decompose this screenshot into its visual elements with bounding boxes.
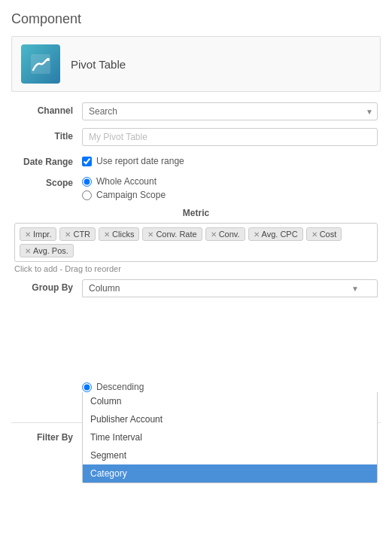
metric-tag-conv-rate: ✕Conv. Rate <box>142 227 202 241</box>
component-icon <box>21 44 60 84</box>
metric-remove-avg-cpc[interactable]: ✕ <box>254 230 260 239</box>
group-by-control: Column ▼ Column Publisher Account Time I… <box>82 279 378 392</box>
page-title: Component <box>11 11 381 27</box>
metric-tag-impr: ✕Impr. <box>20 227 56 241</box>
metric-remove-ctr[interactable]: ✕ <box>65 230 71 239</box>
group-by-row: Group By Column ▼ Column Publisher Accou… <box>11 279 381 392</box>
group-by-option-segment[interactable]: Segment <box>83 446 377 464</box>
metric-tag-cost: ✕Cost <box>306 227 342 241</box>
scope-label: Scope <box>14 175 82 188</box>
metric-tag-ctr: ✕CTR <box>59 227 96 241</box>
date-range-row: Date Range Use report date range <box>11 154 381 167</box>
scope-radio-group: Whole Account Campaign Scope <box>82 175 378 200</box>
scope-campaign-radio[interactable] <box>82 190 92 200</box>
sort-order-radio-group: Ascending Descending <box>82 380 378 392</box>
metric-remove-conv-rate[interactable]: ✕ <box>147 230 153 239</box>
metric-tag-avg-cpc: ✕Avg. CPC <box>248 227 303 241</box>
svg-point-1 <box>47 58 50 61</box>
group-by-dropdown-list: Column Publisher Account Time Interval S… <box>82 392 378 483</box>
date-range-checkbox[interactable] <box>82 157 92 166</box>
sort-order-section: Ascending Descending <box>82 380 378 392</box>
metric-tag-avg-pos: ✕Avg. Pos. <box>20 244 74 257</box>
date-range-control: Use report date range <box>82 154 378 166</box>
group-by-option-category[interactable]: Category <box>83 464 377 483</box>
date-range-checkbox-label: Use report date range <box>96 156 184 166</box>
metric-remove-conv[interactable]: ✕ <box>211 230 217 239</box>
title-label: Title <box>14 128 82 142</box>
metric-hint: Click to add - Drag to reorder <box>14 264 378 273</box>
component-header: Pivot Table <box>11 36 381 92</box>
title-control <box>82 128 378 146</box>
filter-by-label: Filter By <box>14 429 82 443</box>
date-range-checkbox-row: Use report date range <box>82 154 378 166</box>
metric-label: Metric <box>11 208 381 218</box>
group-by-option-column[interactable]: Column <box>83 392 377 410</box>
channel-select[interactable]: Search Display Social Email <box>82 102 378 120</box>
component-name: Pivot Table <box>71 58 126 71</box>
metric-remove-cost[interactable]: ✕ <box>311 230 318 239</box>
metric-tags: ✕Impr. ✕CTR ✕Clicks ✕Conv. Rate ✕Conv. ✕… <box>14 223 378 262</box>
channel-row: Channel Search Display Social Email ▼ <box>11 102 381 120</box>
title-row: Title <box>11 128 381 146</box>
channel-control: Search Display Social Email ▼ <box>82 102 378 120</box>
scope-row: Scope Whole Account Campaign Scope <box>11 175 381 200</box>
group-by-arrow: ▼ <box>351 285 359 293</box>
metric-remove-clicks[interactable]: ✕ <box>104 230 110 239</box>
group-by-dropdown-header[interactable]: Column ▼ <box>82 279 378 297</box>
metric-tag-clicks: ✕Clicks <box>99 227 139 241</box>
sort-descending-label: Descending <box>96 382 144 392</box>
sort-descending-radio[interactable] <box>82 382 92 392</box>
scope-campaign-row: Campaign Scope <box>82 190 378 200</box>
scope-campaign-label: Campaign Scope <box>96 190 166 200</box>
scope-whole-account-radio[interactable] <box>82 177 92 187</box>
group-by-selected: Column <box>89 283 120 294</box>
metric-section: Metric ✕Impr. ✕CTR ✕Clicks ✕Conv. Rate ✕… <box>11 208 381 273</box>
group-by-option-time[interactable]: Time Interval <box>83 428 377 446</box>
sort-descending-row: Descending <box>82 382 378 392</box>
scope-control: Whole Account Campaign Scope <box>82 175 378 200</box>
metric-remove-avg-pos[interactable]: ✕ <box>25 247 31 255</box>
group-by-label: Group By <box>14 279 82 293</box>
date-range-label: Date Range <box>14 154 82 167</box>
channel-label: Channel <box>14 102 82 116</box>
scope-whole-account-label: Whole Account <box>96 176 156 187</box>
metric-tag-conv: ✕Conv. <box>205 227 245 241</box>
metric-remove-impr[interactable]: ✕ <box>25 230 31 239</box>
group-by-option-publisher[interactable]: Publisher Account <box>83 410 377 428</box>
channel-select-wrapper: Search Display Social Email ▼ <box>82 102 378 120</box>
scope-whole-account-row: Whole Account <box>82 176 378 187</box>
title-input[interactable] <box>82 128 378 146</box>
